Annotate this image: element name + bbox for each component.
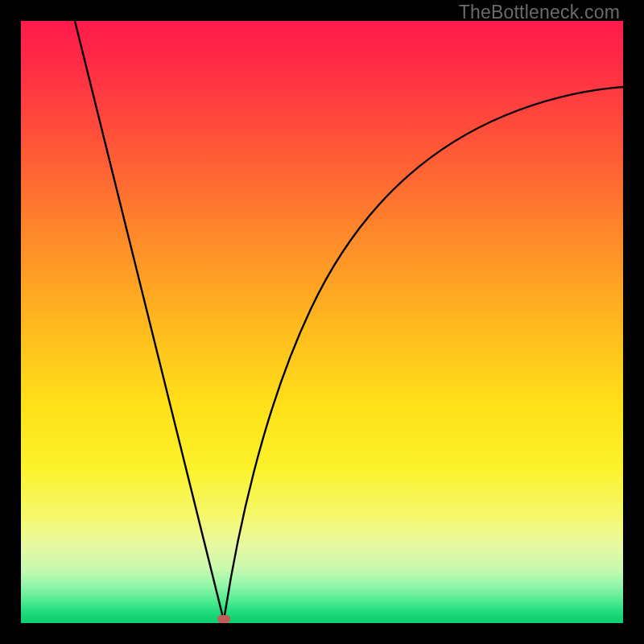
watermark-text: TheBottleneck.com [459, 2, 620, 23]
optimal-point-marker [217, 615, 230, 623]
chart-frame [21, 21, 623, 623]
chart-background-gradient [21, 21, 623, 623]
